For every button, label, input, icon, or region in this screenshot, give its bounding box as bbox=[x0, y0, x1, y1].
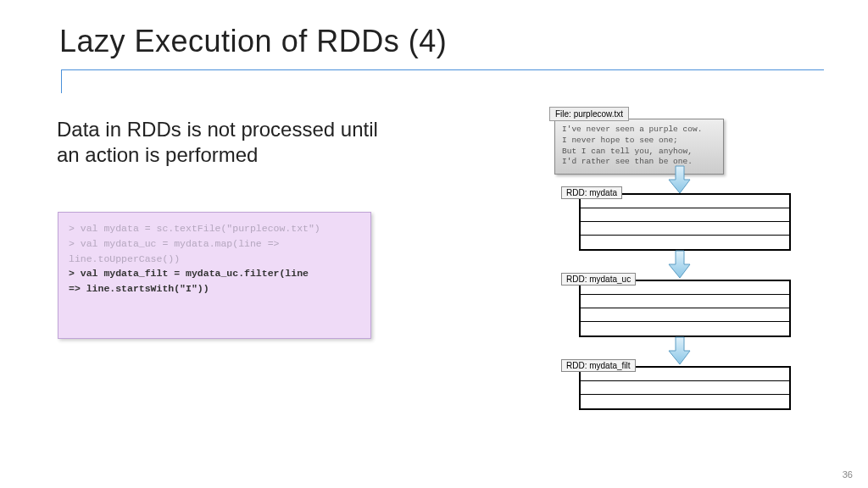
title-tick bbox=[61, 69, 62, 93]
table-row bbox=[581, 222, 789, 236]
table-row bbox=[581, 395, 789, 408]
file-line: I've never seen a purple cow. bbox=[562, 125, 716, 136]
rdd-box-mydata-filt bbox=[579, 366, 791, 410]
table-row bbox=[581, 208, 789, 222]
rdd-label-mydata-uc: RDD: mydata_uc bbox=[561, 273, 636, 286]
file-line: I'd rather see than be one. bbox=[562, 157, 716, 168]
rdd-label-mydata: RDD: mydata bbox=[561, 186, 622, 199]
arrow-down-icon bbox=[668, 164, 692, 195]
table-row bbox=[581, 295, 789, 308]
rdd-box-mydata-uc bbox=[579, 280, 791, 337]
code-line-5: => line.startsWith("I")) bbox=[69, 281, 360, 297]
rdd-box-mydata bbox=[579, 193, 791, 251]
file-line: I never hope to see one; bbox=[562, 136, 716, 147]
title-underline bbox=[61, 69, 824, 70]
table-row bbox=[581, 308, 789, 322]
arrow-down-icon bbox=[668, 336, 692, 366]
table-row bbox=[581, 381, 789, 395]
code-line-2: > val mydata_uc = mydata.map(line => bbox=[69, 236, 360, 252]
arrow-down-icon bbox=[668, 249, 692, 280]
code-line-3: line.toUpperCase()) bbox=[69, 252, 360, 267]
file-label: File: purplecow.txt bbox=[549, 107, 629, 121]
slide-title: Lazy Execution of RDDs (4) bbox=[59, 24, 447, 59]
slide-body-text: Data in RDDs is not processed until an a… bbox=[57, 117, 396, 168]
file-contents-box: I've never seen a purple cow. I never ho… bbox=[554, 119, 724, 175]
code-example-box: > val mydata = sc.textFile("purplecow.tx… bbox=[58, 212, 371, 339]
page-number: 36 bbox=[843, 469, 853, 480]
table-row bbox=[581, 236, 789, 249]
code-line-4: > val mydata_filt = mydata_uc.filter(lin… bbox=[69, 266, 360, 281]
rdd-label-mydata-filt: RDD: mydata_filt bbox=[561, 359, 636, 372]
table-row bbox=[581, 322, 789, 336]
code-line-1: > val mydata = sc.textFile("purplecow.tx… bbox=[69, 221, 360, 236]
file-line: But I can tell you, anyhow, bbox=[562, 147, 716, 158]
